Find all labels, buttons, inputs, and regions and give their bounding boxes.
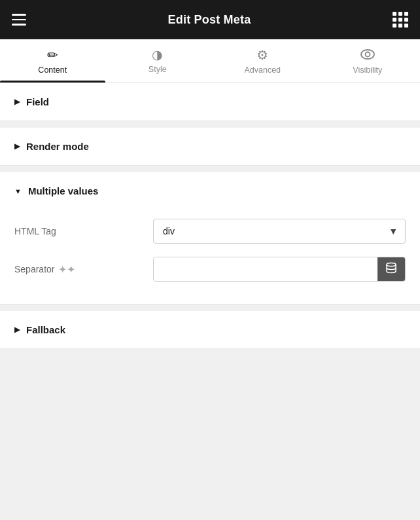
chevron-field-icon: ▶ (14, 98, 20, 106)
circle-half-icon: ◑ (152, 48, 163, 61)
section-fallback-title: Fallback (26, 324, 65, 335)
gear-icon: ⚙ (256, 48, 268, 62)
separator-label-text: Separator (14, 264, 54, 274)
tab-content[interactable]: ✏ Content (0, 39, 105, 83)
tab-style-label: Style (149, 65, 167, 74)
section-render-mode: ▶ Render mode (0, 128, 420, 166)
section-multiple-values-title: Multiple values (28, 185, 99, 196)
chevron-fallback-icon: ▶ (14, 325, 20, 334)
ai-sparkle-icon: ✦✦ (58, 263, 75, 276)
svg-point-1 (365, 52, 370, 57)
hamburger-menu-button[interactable] (12, 14, 26, 26)
separator-label: Separator ✦✦ (14, 263, 145, 276)
svg-point-2 (387, 263, 396, 267)
html-tag-label-text: HTML Tag (14, 226, 56, 236)
tab-visibility[interactable]: Visibility (315, 39, 421, 83)
section-fallback: ▶ Fallback (0, 311, 420, 349)
section-multiple-values-body: HTML Tag div span p h1 h2 h3 li ▼ (0, 207, 420, 304)
separator-control (153, 257, 406, 282)
html-tag-control: div span p h1 h2 h3 li ▼ (153, 219, 406, 244)
separator-input[interactable] (154, 257, 377, 281)
database-icon (385, 262, 397, 276)
section-gap-3 (0, 305, 420, 311)
section-multiple-values-header[interactable]: ▼ Multiple values (0, 172, 420, 207)
chevron-multiple-values-icon: ▼ (14, 187, 22, 195)
tab-bar: ✏ Content ◑ Style ⚙ Advanced Visibility (0, 39, 420, 83)
tab-content-label: Content (38, 65, 67, 75)
section-render-mode-title: Render mode (26, 141, 89, 152)
section-field-title: Field (26, 96, 49, 107)
eye-icon (360, 48, 375, 62)
grid-menu-button[interactable] (393, 12, 408, 28)
html-tag-select-wrapper: div span p h1 h2 h3 li ▼ (153, 219, 406, 244)
app-header: Edit Post Meta (0, 0, 420, 39)
section-gap-2 (0, 166, 420, 172)
section-gap-1 (0, 121, 420, 128)
main-content: ▶ Field ▶ Render mode ▼ Multiple values … (0, 83, 420, 349)
section-multiple-values: ▼ Multiple values HTML Tag div span p h1 (0, 172, 420, 305)
field-row-separator: Separator ✦✦ (14, 250, 406, 288)
tab-advanced[interactable]: ⚙ Advanced (210, 39, 315, 83)
html-tag-label: HTML Tag (14, 226, 145, 236)
section-render-mode-header[interactable]: ▶ Render mode (0, 128, 420, 165)
tab-advanced-label: Advanced (244, 65, 281, 75)
svg-point-0 (361, 50, 374, 59)
tab-visibility-label: Visibility (353, 65, 382, 75)
pencil-icon: ✏ (47, 48, 58, 62)
section-field: ▶ Field (0, 83, 420, 121)
separator-db-button[interactable] (377, 257, 405, 281)
separator-input-wrapper (153, 257, 406, 282)
tab-style[interactable]: ◑ Style (105, 39, 211, 83)
section-fallback-header[interactable]: ▶ Fallback (0, 311, 420, 348)
html-tag-select[interactable]: div span p h1 h2 h3 li (153, 219, 406, 244)
field-row-html-tag: HTML Tag div span p h1 h2 h3 li ▼ (14, 212, 406, 250)
chevron-render-mode-icon: ▶ (14, 142, 20, 151)
header-title: Edit Post Meta (168, 13, 251, 27)
section-field-header[interactable]: ▶ Field (0, 83, 420, 121)
